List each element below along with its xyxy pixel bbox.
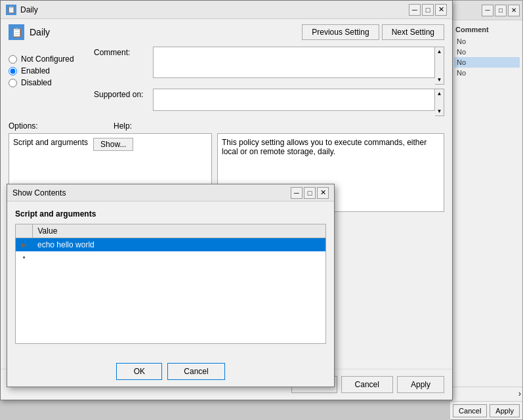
comment-textarea[interactable] <box>153 47 435 78</box>
options-help-labels: Options: Help: <box>9 121 444 131</box>
sc-row1-arrow: ▶ <box>16 238 33 252</box>
main-dialog-controls: ─ □ ✕ <box>409 4 447 16</box>
options-label: Options: <box>9 121 114 131</box>
sc-footer: OK Cancel <box>7 356 334 387</box>
previous-setting-button[interactable]: Previous Setting <box>302 24 379 40</box>
bg-row-4: No <box>454 68 520 78</box>
sc-table-row-2[interactable]: • <box>16 251 326 264</box>
bg-close-button[interactable]: ✕ <box>508 5 520 16</box>
show-button[interactable]: Show... <box>93 138 133 151</box>
bg-window-controls: ─ □ ✕ <box>482 5 520 16</box>
main-close-button[interactable]: ✕ <box>435 4 447 16</box>
cancel-button[interactable]: Cancel <box>341 376 393 393</box>
sc-title-text: Show Contents <box>12 188 66 198</box>
bg-apply-button[interactable]: Apply <box>490 404 520 417</box>
next-setting-button[interactable]: Next Setting <box>382 24 444 40</box>
sc-row2-bullet: • <box>16 251 33 264</box>
sc-titlebar: Show Contents ─ □ ✕ <box>7 184 334 201</box>
background-window: ─ □ ✕ Comment No No No No › Cancel Apply <box>451 0 523 420</box>
sc-cancel-button[interactable]: Cancel <box>167 363 224 380</box>
comment-scroll-down-icon: ▼ <box>437 77 442 83</box>
bg-window-titlebar: ─ □ ✕ <box>451 1 522 20</box>
supported-label: Supported on: <box>94 89 153 99</box>
bg-window-content: Comment No No No No <box>451 20 522 81</box>
sc-table-value-header: Value <box>32 224 326 238</box>
main-dialog-titlebar: 📋 Daily ─ □ ✕ <box>1 1 452 19</box>
script-label: Script and arguments <box>13 138 88 147</box>
sc-controls: ─ □ ✕ <box>291 187 329 199</box>
sc-row1-value[interactable]: echo hello world <box>32 238 326 252</box>
bg-minimize-button[interactable]: ─ <box>482 5 493 16</box>
show-contents-dialog: Show Contents ─ □ ✕ Script and arguments… <box>7 184 335 387</box>
main-maximize-button[interactable]: □ <box>422 4 434 16</box>
supported-scroll-up-icon: ▲ <box>437 91 442 96</box>
sc-body: Script and arguments Value ▶ echo hello … <box>7 201 334 352</box>
header-title: Daily <box>30 27 50 37</box>
bg-cancel-button[interactable]: Cancel <box>453 404 487 417</box>
sc-table-row-empty-3 <box>16 304 326 324</box>
supported-field-wrapper <box>153 89 435 113</box>
disabled-label[interactable]: Disabled <box>21 78 52 87</box>
enabled-radio[interactable] <box>9 67 17 75</box>
sc-table-row-empty-2 <box>16 284 326 304</box>
supported-scroll-down-icon: ▼ <box>437 108 442 114</box>
sc-minimize-button[interactable]: ─ <box>291 187 303 199</box>
disabled-option: Disabled <box>9 78 94 87</box>
supported-row: Supported on: ▲ ▼ <box>94 89 444 116</box>
bg-column-header: Comment <box>454 23 520 36</box>
bg-row-3: No <box>454 57 520 68</box>
comment-field-wrapper <box>153 47 435 80</box>
sc-table-arrow-header <box>16 224 33 238</box>
main-dialog-title-left: 📋 Daily <box>6 5 38 15</box>
sc-close-button[interactable]: ✕ <box>317 187 329 199</box>
sc-section-title: Script and arguments <box>15 209 326 219</box>
nav-buttons: Previous Setting Next Setting <box>302 24 444 40</box>
bg-row-1: No <box>454 36 520 47</box>
bg-scrollbar: › <box>450 387 522 400</box>
sc-table-body: ▶ echo hello world • <box>16 238 326 344</box>
sc-row2-value[interactable] <box>32 251 326 264</box>
main-dialog-title-text: Daily <box>20 5 38 14</box>
main-dialog-icon: 📋 <box>6 5 16 15</box>
dialog-header: 📋 Daily Previous Setting Next Setting <box>9 24 444 40</box>
bg-scroll-right-icon: › <box>518 389 521 398</box>
comment-scroll-up-icon: ▲ <box>437 49 442 54</box>
comment-supported-fields: Comment: ▲ ▼ Supported on: <box>94 47 444 116</box>
not-configured-option: Not Configured <box>9 54 94 64</box>
sc-table-row-empty-4 <box>16 324 326 343</box>
sc-table-row-empty-1 <box>16 264 326 284</box>
supported-textarea[interactable] <box>153 89 435 111</box>
sc-ok-button[interactable]: OK <box>116 363 162 380</box>
enabled-option: Enabled <box>9 66 94 75</box>
sc-table-header: Value <box>16 224 326 238</box>
not-configured-label[interactable]: Not Configured <box>21 54 74 64</box>
enabled-label[interactable]: Enabled <box>21 66 50 75</box>
help-text: This policy setting allows you to execut… <box>222 138 427 156</box>
header-icon: 📋 <box>9 24 24 40</box>
bg-row-2: No <box>454 47 520 57</box>
bg-maximize-button[interactable]: □ <box>495 5 507 16</box>
disabled-radio[interactable] <box>9 79 17 87</box>
radio-section: Not Configured Enabled Disabled <box>9 52 94 111</box>
not-configured-radio[interactable] <box>9 55 17 64</box>
bg-bottom-bar: Cancel Apply <box>450 401 522 419</box>
apply-button[interactable]: Apply <box>397 376 444 393</box>
sc-table-row-1[interactable]: ▶ echo hello world <box>16 238 326 252</box>
dialog-header-title: 📋 Daily <box>9 24 50 40</box>
comment-row: Comment: ▲ ▼ <box>94 47 444 85</box>
main-minimize-button[interactable]: ─ <box>409 4 421 16</box>
sc-table: Value ▶ echo hello world • <box>15 224 326 344</box>
help-label: Help: <box>114 121 132 131</box>
comment-label: Comment: <box>94 47 153 57</box>
radio-and-fields: Not Configured Enabled Disabled Comment: <box>9 47 444 116</box>
sc-maximize-button[interactable]: □ <box>304 187 316 199</box>
